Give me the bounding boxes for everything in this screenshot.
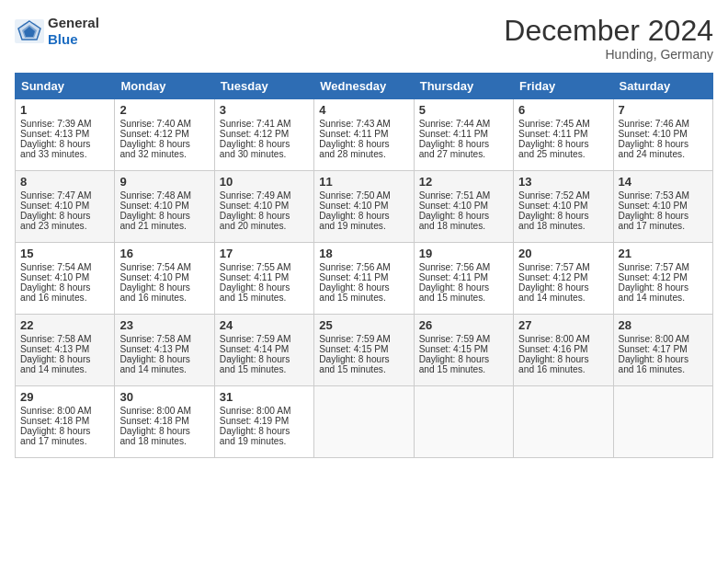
cell-info-line: Sunrise: 7:57 AM bbox=[619, 262, 708, 272]
location: Hunding, Germany bbox=[504, 47, 713, 62]
calendar-cell: 3Sunrise: 7:41 AMSunset: 4:12 PMDaylight… bbox=[214, 99, 313, 171]
cell-info-line: Daylight: 8 hours bbox=[518, 282, 608, 293]
calendar-cell: 2Sunrise: 7:40 AMSunset: 4:12 PMDaylight… bbox=[115, 99, 214, 171]
calendar-cell bbox=[514, 386, 613, 458]
cell-info-line: and 19 minutes. bbox=[220, 436, 309, 446]
cell-info-line: Sunrise: 7:45 AM bbox=[518, 119, 608, 129]
day-number: 17 bbox=[220, 247, 309, 260]
day-of-week-header: Monday bbox=[115, 74, 214, 99]
calendar-cell: 10Sunrise: 7:49 AMSunset: 4:10 PMDayligh… bbox=[214, 171, 313, 243]
cell-info-line: Daylight: 8 hours bbox=[619, 211, 708, 221]
cell-info-line: Sunrise: 7:49 AM bbox=[220, 190, 309, 201]
cell-info-line: Sunset: 4:10 PM bbox=[20, 272, 109, 282]
cell-info-line: Daylight: 8 hours bbox=[319, 354, 408, 364]
day-number: 4 bbox=[319, 103, 408, 117]
cell-info-line: Sunrise: 7:54 AM bbox=[20, 262, 109, 272]
calendar-cell bbox=[414, 386, 513, 458]
cell-info-line: Sunset: 4:10 PM bbox=[319, 201, 408, 211]
calendar-cell: 28Sunrise: 8:00 AMSunset: 4:17 PMDayligh… bbox=[613, 315, 712, 386]
day-of-week-header: Tuesday bbox=[214, 74, 313, 99]
calendar-cell: 5Sunrise: 7:44 AMSunset: 4:11 PMDaylight… bbox=[414, 99, 513, 171]
cell-info-line: Sunset: 4:13 PM bbox=[20, 344, 109, 354]
cell-info-line: Daylight: 8 hours bbox=[119, 139, 209, 149]
day-number: 7 bbox=[619, 103, 708, 117]
cell-info-line: Sunset: 4:11 PM bbox=[319, 129, 408, 139]
calendar-cell: 8Sunrise: 7:47 AMSunset: 4:10 PMDaylight… bbox=[16, 171, 115, 243]
cell-info-line: and 21 minutes. bbox=[119, 221, 209, 231]
day-of-week-header: Thursday bbox=[414, 74, 513, 99]
cell-info-line: Daylight: 8 hours bbox=[419, 354, 508, 364]
cell-info-line: Sunrise: 7:50 AM bbox=[319, 190, 408, 201]
cell-info-line: and 15 minutes. bbox=[220, 364, 309, 374]
cell-info-line: Sunset: 4:12 PM bbox=[518, 272, 608, 282]
calendar-cell: 31Sunrise: 8:00 AMSunset: 4:19 PMDayligh… bbox=[214, 386, 313, 458]
cell-info-line: Daylight: 8 hours bbox=[319, 139, 408, 149]
cell-info-line: Sunrise: 7:56 AM bbox=[319, 262, 408, 272]
calendar-cell: 16Sunrise: 7:54 AMSunset: 4:10 PMDayligh… bbox=[115, 243, 214, 315]
calendar-cell: 14Sunrise: 7:53 AMSunset: 4:10 PMDayligh… bbox=[613, 171, 712, 243]
day-number: 8 bbox=[20, 175, 109, 189]
calendar-week-row: 29Sunrise: 8:00 AMSunset: 4:18 PMDayligh… bbox=[16, 386, 713, 458]
cell-info-line: Daylight: 8 hours bbox=[419, 282, 508, 293]
calendar-cell: 19Sunrise: 7:56 AMSunset: 4:11 PMDayligh… bbox=[414, 243, 513, 315]
calendar-cell: 4Sunrise: 7:43 AMSunset: 4:11 PMDaylight… bbox=[314, 99, 414, 171]
day-number: 18 bbox=[319, 247, 408, 260]
cell-info-line: Sunrise: 7:59 AM bbox=[220, 334, 309, 344]
cell-info-line: and 14 minutes. bbox=[619, 293, 708, 303]
day-number: 6 bbox=[518, 103, 608, 117]
cell-info-line: Daylight: 8 hours bbox=[119, 354, 209, 364]
calendar-cell: 12Sunrise: 7:51 AMSunset: 4:10 PMDayligh… bbox=[414, 171, 513, 243]
calendar-cell: 9Sunrise: 7:48 AMSunset: 4:10 PMDaylight… bbox=[115, 171, 214, 243]
cell-info-line: Sunrise: 7:41 AM bbox=[220, 119, 309, 129]
day-number: 31 bbox=[220, 390, 309, 404]
cell-info-line: Daylight: 8 hours bbox=[20, 282, 109, 293]
calendar-cell: 30Sunrise: 8:00 AMSunset: 4:18 PMDayligh… bbox=[115, 386, 214, 458]
cell-info-line: Sunrise: 8:00 AM bbox=[518, 334, 608, 344]
day-number: 26 bbox=[419, 318, 508, 332]
cell-info-line: Sunset: 4:10 PM bbox=[419, 201, 508, 211]
calendar-cell: 21Sunrise: 7:57 AMSunset: 4:12 PMDayligh… bbox=[613, 243, 712, 315]
cell-info-line: and 17 minutes. bbox=[619, 221, 708, 231]
cell-info-line: and 25 minutes. bbox=[518, 149, 608, 159]
cell-info-line: Sunrise: 7:39 AM bbox=[20, 119, 109, 129]
cell-info-line: Sunset: 4:11 PM bbox=[518, 129, 608, 139]
day-number: 1 bbox=[20, 103, 109, 117]
logo: General Blue bbox=[15, 15, 99, 48]
calendar-cell: 15Sunrise: 7:54 AMSunset: 4:10 PMDayligh… bbox=[16, 243, 115, 315]
cell-info-line: Daylight: 8 hours bbox=[619, 282, 708, 293]
calendar-cell: 1Sunrise: 7:39 AMSunset: 4:13 PMDaylight… bbox=[16, 99, 115, 171]
day-number: 5 bbox=[419, 103, 508, 117]
cell-info-line: Sunrise: 7:59 AM bbox=[419, 334, 508, 344]
calendar-cell: 22Sunrise: 7:58 AMSunset: 4:13 PMDayligh… bbox=[16, 315, 115, 386]
cell-info-line: and 28 minutes. bbox=[319, 149, 408, 159]
cell-info-line: and 14 minutes. bbox=[119, 364, 209, 374]
day-number: 27 bbox=[518, 318, 608, 332]
cell-info-line: Sunrise: 7:46 AM bbox=[619, 119, 708, 129]
cell-info-line: Daylight: 8 hours bbox=[220, 282, 309, 293]
cell-info-line: and 15 minutes. bbox=[220, 293, 309, 303]
cell-info-line: and 32 minutes. bbox=[119, 149, 209, 159]
cell-info-line: Daylight: 8 hours bbox=[119, 211, 209, 221]
cell-info-line: Sunset: 4:15 PM bbox=[319, 344, 408, 354]
cell-info-line: Sunset: 4:12 PM bbox=[619, 272, 708, 282]
cell-info-line: Daylight: 8 hours bbox=[20, 211, 109, 221]
day-number: 25 bbox=[319, 318, 408, 332]
calendar-cell: 17Sunrise: 7:55 AMSunset: 4:11 PMDayligh… bbox=[214, 243, 313, 315]
cell-info-line: Sunset: 4:10 PM bbox=[119, 201, 209, 211]
day-number: 28 bbox=[619, 318, 708, 332]
day-of-week-header: Wednesday bbox=[314, 74, 414, 99]
cell-info-line: Sunset: 4:12 PM bbox=[220, 129, 309, 139]
cell-info-line: Sunrise: 7:56 AM bbox=[419, 262, 508, 272]
calendar-cell: 27Sunrise: 8:00 AMSunset: 4:16 PMDayligh… bbox=[514, 315, 613, 386]
cell-info-line: Sunrise: 7:47 AM bbox=[20, 190, 109, 201]
cell-info-line: Daylight: 8 hours bbox=[319, 282, 408, 293]
cell-info-line: Sunrise: 7:57 AM bbox=[518, 262, 608, 272]
cell-info-line: Sunrise: 7:59 AM bbox=[319, 334, 408, 344]
day-number: 20 bbox=[518, 247, 608, 260]
cell-info-line: and 16 minutes. bbox=[20, 293, 109, 303]
cell-info-line: and 14 minutes. bbox=[518, 293, 608, 303]
calendar-cell: 13Sunrise: 7:52 AMSunset: 4:10 PMDayligh… bbox=[514, 171, 613, 243]
cell-info-line: and 15 minutes. bbox=[419, 293, 508, 303]
calendar-table: SundayMondayTuesdayWednesdayThursdayFrid… bbox=[15, 73, 713, 458]
calendar-week-row: 15Sunrise: 7:54 AMSunset: 4:10 PMDayligh… bbox=[16, 243, 713, 315]
